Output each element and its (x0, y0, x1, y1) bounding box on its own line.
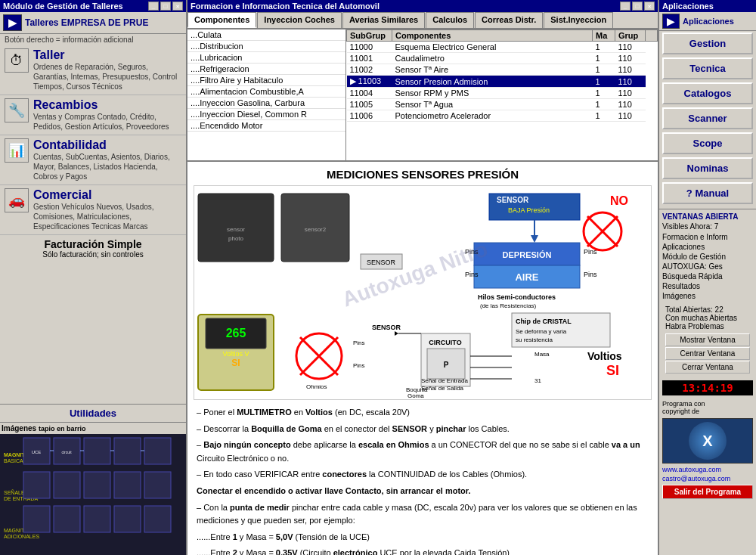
ventanas-list-item[interactable]: Aplicaciones (662, 242, 753, 252)
table-row[interactable]: 11004Sensor RPM y PMS1110 (347, 88, 658, 99)
middle-win-controls: _ □ × (620, 2, 655, 11)
salir-btn[interactable]: Salir del Programa (662, 485, 753, 499)
right-components-table[interactable]: SubGrup Componentes Ma Grup 11000Esquema… (346, 29, 658, 160)
svg-text:Chip de CRISTAL: Chip de CRISTAL (516, 318, 572, 325)
list-item[interactable]: ....Inyeccion Diesel, Common R (187, 109, 345, 120)
text-line-6: ......Entre 1 y Masa = 5,0V (Tensión de … (197, 531, 649, 544)
table-row[interactable]: 11000Esquema Electrico General1110 (347, 42, 658, 53)
svg-text:DEPRESIÓN: DEPRESIÓN (503, 250, 552, 259)
recambios-content: Recambios Ventas y Compras Contado, Créd… (33, 98, 181, 132)
info-btn-label: Botón derecho = información adicional (0, 34, 186, 45)
contabilidad-section: 📊 Contabilidad Cuentas, SubCuentas, Asie… (0, 135, 186, 185)
svg-text:photo: photo (228, 235, 244, 242)
scanner-btn[interactable]: Scanner (662, 107, 753, 129)
table-row[interactable]: ▶ 11003Sensor Presion Admision1110 (347, 76, 658, 88)
left-nav-title: Talleres EMPRESA DE PRUE (25, 17, 148, 28)
recambios-title[interactable]: Recambios (33, 98, 181, 112)
maximize-btn[interactable]: □ (160, 2, 171, 11)
utilidades-btn[interactable]: Utilidades (0, 404, 186, 422)
list-item[interactable]: ....Refrigeracion (187, 64, 345, 75)
taller-desc: Ordenes de Reparación, Seguros, Garantía… (33, 62, 181, 91)
list-item[interactable]: ...Culata (187, 29, 345, 41)
svg-text:NO: NO (610, 194, 628, 207)
table-row[interactable]: 11002Sensor Tª Aire1110 (347, 64, 658, 76)
list-item[interactable]: ....Inyeccion Gasolina, Carbura (187, 98, 345, 109)
middle-maximize-btn[interactable]: □ (632, 2, 643, 11)
left-nav-arrow[interactable]: ▶ (3, 14, 22, 31)
svg-text:circuit: circuit (61, 450, 72, 454)
table-row[interactable]: 11006Potenciometro Acelerador1110 (347, 110, 658, 122)
left-components-list[interactable]: ...Culata....Distribucion....Lubricacion… (187, 29, 346, 160)
catalogos-btn[interactable]: Catalogos (662, 82, 753, 104)
ventanas-list-item[interactable]: Resultados (662, 281, 753, 291)
scope-btn[interactable]: Scope (662, 132, 753, 154)
table-area: ...Culata....Distribucion....Lubricacion… (187, 29, 658, 162)
svg-text:BAJA Presión: BAJA Presión (508, 206, 550, 214)
cerrar-ventana-btn[interactable]: Cerrar Ventana (665, 361, 750, 374)
list-item[interactable]: ....Distribucion (187, 41, 345, 52)
minimize-btn[interactable]: _ (148, 2, 159, 11)
website1-link[interactable]: www.autoxuga.com (659, 465, 756, 474)
svg-text:Pins: Pins (584, 248, 597, 256)
svg-text:Pins: Pins (584, 271, 597, 278)
ventanas-list: Formacion e InformAplicacionesMódulo de … (662, 232, 753, 301)
svg-text:SENSOR: SENSOR (497, 196, 529, 204)
manual-btn[interactable]: ? Manual (662, 182, 753, 204)
svg-text:Voltios: Voltios (587, 350, 622, 362)
close-btn[interactable]: × (172, 2, 183, 11)
svg-rect-14 (23, 472, 50, 498)
middle-panel: Formacion e Informacion Tecnica del Auto… (187, 0, 658, 555)
text-line-0: – Poner el MULTIMETRO en Voltios (en DC,… (197, 406, 649, 420)
svg-text:31: 31 (534, 377, 541, 384)
ventanas-list-item[interactable]: AUTOXUGA: Ges (662, 262, 753, 271)
ventanas-section: VENTANAS ABIERTA Visibles Ahora: 7 Forma… (659, 209, 756, 377)
ventanas-list-item[interactable]: Formacion e Inform (662, 232, 753, 242)
centrar-ventana-btn[interactable]: Centrar Ventana (665, 347, 750, 360)
svg-rect-13 (144, 438, 171, 464)
ventanas-list-item[interactable]: Búsqueda Rápida (662, 271, 753, 281)
col-componentes: Componentes (392, 30, 593, 42)
svg-rect-21 (84, 506, 110, 532)
table-row[interactable]: 11005Sensor Tª Agua1110 (347, 99, 658, 110)
svg-text:265: 265 (226, 327, 246, 340)
tab-calculos[interactable]: Calculos (426, 12, 474, 28)
tab-componentes[interactable]: Componentes (187, 12, 256, 28)
svg-text:Se deforma y varia: Se deforma y varia (516, 328, 567, 335)
middle-close-btn[interactable]: × (644, 2, 655, 11)
svg-text:sensor: sensor (227, 226, 245, 233)
contabilidad-title[interactable]: Contabilidad (33, 138, 181, 152)
ventanas-list-item[interactable]: Módulo de Gestión (662, 252, 753, 262)
mostrar-ventana-btn[interactable]: Mostrar Ventana (665, 333, 750, 346)
list-item[interactable]: ....Lubricacion (187, 52, 345, 64)
middle-minimize-btn[interactable]: _ (620, 2, 631, 11)
imagenes-svg: MAGNITUDES BASICAS SEÑALES DE ENTRADA MA… (0, 434, 186, 555)
tecnica-btn[interactable]: Tecnica (662, 57, 753, 79)
list-item[interactable]: ....Filtro Aire y Habitaculo (187, 75, 345, 86)
list-item[interactable]: ....Encendido Motor (187, 120, 345, 132)
tab-averias[interactable]: Averias Similares (342, 12, 425, 28)
right-nav-arrow[interactable]: ▶ (662, 14, 680, 29)
nominas-btn[interactable]: Nominas (662, 157, 753, 179)
diagram-area[interactable]: MEDICIONES SENSORES PRESIÓN NO SENSOR BA… (187, 162, 658, 555)
taller-title[interactable]: Taller (33, 48, 181, 62)
comercial-title[interactable]: Comercial (33, 188, 181, 202)
list-item[interactable]: ....Alimentacion Combustible,A (187, 86, 345, 98)
website2-link[interactable]: castro@autoxuga.com (659, 474, 756, 483)
taller-section: ⏱ Taller Ordenes de Reparación, Seguros,… (0, 45, 186, 95)
table-row[interactable]: 11001Caudalimetro1110 (347, 53, 658, 64)
facturacion-title[interactable]: Facturación Simple (5, 238, 181, 250)
svg-text:SI: SI (231, 358, 240, 368)
svg-text:Pins: Pins (353, 362, 365, 369)
tab-sist-inyeccion[interactable]: Sist.Inyeccion (544, 12, 613, 28)
gestion-btn[interactable]: Gestion (662, 33, 753, 54)
comercial-icon: 🚗 (5, 188, 29, 212)
text-line-7: ......Entre 2 y Masa = 0,35V (Circuito e… (197, 547, 649, 555)
comercial-desc: Gestion Vehículos Nuevos, Usados, Comisi… (33, 202, 181, 231)
tab-inyeccion[interactable]: Inyeccion Coches (257, 12, 342, 28)
text-line-2: – Bajo ningún concepto debe aplicarse la… (197, 439, 649, 465)
copyright-line1: Programa con (662, 400, 753, 408)
contabilidad-desc: Cuentas, SubCuentas, Asientos, Diarios, … (33, 152, 181, 181)
ventanas-list-item[interactable]: Imágenes (662, 291, 753, 301)
col-grup: Grup (615, 30, 646, 42)
tab-correas[interactable]: Correas Distr. (475, 12, 543, 28)
